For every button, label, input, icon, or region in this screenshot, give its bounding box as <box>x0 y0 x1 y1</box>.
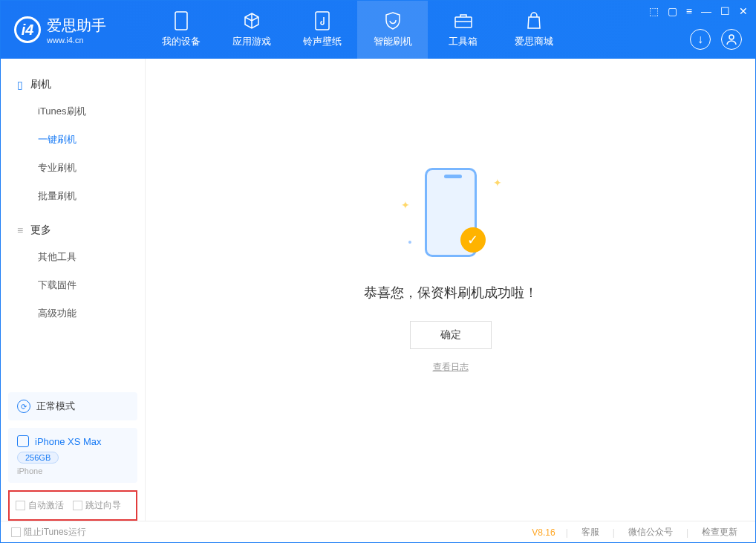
checkbox-block-itunes[interactable]: 阻止iTunes运行 <box>11 526 86 539</box>
svg-rect-2 <box>455 17 472 27</box>
menu-icon[interactable]: ≡ <box>686 5 692 17</box>
download-icon[interactable]: ↓ <box>690 29 711 50</box>
check-icon: ✓ <box>460 227 486 253</box>
phone-small-icon: ▯ <box>17 79 23 91</box>
version-label: V8.16 <box>532 527 555 538</box>
device-type: iPhone <box>17 466 128 475</box>
window-controls: ⬚ ▢ ≡ — ☐ ✕ <box>649 5 748 17</box>
minimize-icon[interactable]: — <box>701 5 711 17</box>
sidebar-item-advanced[interactable]: 高级功能 <box>17 299 128 328</box>
view-log-link[interactable]: 查看日志 <box>433 361 469 374</box>
sidebar-item-other-tools[interactable]: 其他工具 <box>17 243 128 271</box>
tab-toolbox[interactable]: 工具箱 <box>428 1 498 59</box>
header-right-actions: ↓ <box>690 29 742 50</box>
footer-link-update[interactable]: 检查更新 <box>694 526 745 539</box>
device-capacity: 256GB <box>17 452 59 464</box>
sidebar-group-more: ≡ 更多 <box>17 218 128 243</box>
app-site: www.i4.cn <box>47 36 106 45</box>
tab-flash[interactable]: 智能刷机 <box>357 1 428 59</box>
tab-ringtones[interactable]: 铃声壁纸 <box>287 1 357 59</box>
checkbox-auto-activate[interactable]: 自动激活 <box>16 499 64 512</box>
close-icon[interactable]: ✕ <box>739 5 748 17</box>
sidebar-item-oneclick-flash[interactable]: 一键刷机 <box>17 126 128 154</box>
tab-store[interactable]: 爱思商城 <box>498 1 569 59</box>
toolbox-icon <box>454 11 473 30</box>
options-row: 自动激活 跳过向导 <box>8 490 137 521</box>
sidebar: ▯ 刷机 iTunes刷机 一键刷机 专业刷机 批量刷机 ≡ 更多 其他工具 下… <box>1 59 146 521</box>
device-mode-box[interactable]: ⟳ 正常模式 <box>8 392 137 420</box>
footer: 阻止iTunes运行 V8.16 | 客服 | 微信公众号 | 检查更新 <box>1 521 755 543</box>
success-message: 恭喜您，保资料刷机成功啦！ <box>364 284 538 302</box>
tab-apps[interactable]: 应用游戏 <box>216 1 287 59</box>
tab-my-device[interactable]: 我的设备 <box>146 1 216 59</box>
user-icon[interactable] <box>721 29 742 50</box>
footer-link-wechat[interactable]: 微信公众号 <box>621 526 680 539</box>
footer-link-support[interactable]: 客服 <box>574 526 607 539</box>
device-panel: ⟳ 正常模式 iPhone XS Max 256GB iPhone 自动激活 跳… <box>8 392 137 521</box>
sidebar-item-download-firmware[interactable]: 下载固件 <box>17 271 128 299</box>
checkbox-skip-guide[interactable]: 跳过向导 <box>73 499 121 512</box>
main-tabs: 我的设备 应用游戏 铃声壁纸 智能刷机 工具箱 爱思商城 <box>146 1 569 59</box>
settings2-icon[interactable]: ▢ <box>668 5 677 17</box>
settings1-icon[interactable]: ⬚ <box>649 5 659 17</box>
header: i4 爱思助手 www.i4.cn 我的设备 应用游戏 铃声壁纸 智能刷机 工具… <box>1 1 755 59</box>
shield-refresh-icon <box>383 11 403 30</box>
sidebar-group-flash: ▯ 刷机 <box>17 72 128 97</box>
mode-label: 正常模式 <box>36 400 75 413</box>
device-icon <box>172 11 191 30</box>
mode-icon: ⟳ <box>17 400 30 413</box>
svg-rect-1 <box>316 12 329 30</box>
cube-icon <box>242 11 261 30</box>
logo-area: i4 爱思助手 www.i4.cn <box>1 16 146 45</box>
svg-point-3 <box>729 35 734 39</box>
music-file-icon <box>313 11 332 30</box>
maximize-icon[interactable]: ☐ <box>720 5 730 17</box>
ok-button[interactable]: 确定 <box>410 321 492 349</box>
app-name: 爱思助手 <box>47 16 106 36</box>
logo-icon: i4 <box>14 16 41 43</box>
main-content: ✦ ✦ • ✓ 恭喜您，保资料刷机成功啦！ 确定 查看日志 <box>146 59 755 521</box>
device-info-box[interactable]: iPhone XS Max 256GB iPhone <box>8 428 137 483</box>
sidebar-item-pro-flash[interactable]: 专业刷机 <box>17 154 128 182</box>
sidebar-item-batch-flash[interactable]: 批量刷机 <box>17 182 128 210</box>
list-icon: ≡ <box>17 224 23 236</box>
svg-rect-0 <box>175 12 187 30</box>
device-small-icon <box>17 435 29 447</box>
success-illustration: ✦ ✦ • ✓ <box>395 162 506 266</box>
sidebar-item-itunes-flash[interactable]: iTunes刷机 <box>17 97 128 126</box>
bag-icon <box>524 11 544 30</box>
device-name: iPhone XS Max <box>35 436 102 447</box>
